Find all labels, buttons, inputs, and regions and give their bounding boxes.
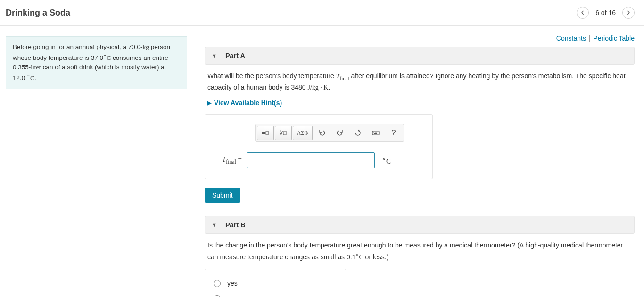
svg-point-7 [376, 132, 377, 133]
unit-spec: J/kg · K [307, 84, 328, 91]
undo-icon[interactable] [314, 126, 330, 140]
chevron-right-icon: ▶ [207, 100, 211, 106]
svg-rect-0 [262, 132, 265, 134]
help-icon[interactable]: ? [385, 126, 402, 140]
radio-no[interactable] [214, 295, 221, 297]
redo-icon[interactable] [331, 126, 348, 140]
separator: | [589, 34, 591, 42]
part-b-header: ▼ Part B [205, 216, 635, 234]
nav-position: 6 of 16 [595, 9, 616, 16]
prev-button[interactable] [577, 7, 589, 19]
periodic-table-link[interactable]: Periodic Table [593, 34, 635, 42]
degree-symbol: ∘ [27, 73, 30, 78]
keyboard-icon[interactable] [367, 126, 384, 140]
question-text: or less.) [363, 253, 389, 261]
next-button[interactable] [622, 7, 635, 19]
problem-prompt: Before going in for an annual physical, … [6, 36, 187, 89]
equation-toolbar: x ΑΣΦ ? [255, 124, 404, 142]
template-icon[interactable] [257, 126, 274, 140]
equation-lhs: Tfinal = [215, 156, 242, 165]
option-yes[interactable]: yes [214, 276, 337, 291]
svg-rect-1 [266, 132, 269, 134]
part-a-header: ▼ Part A [205, 47, 635, 65]
svg-rect-8 [374, 133, 377, 134]
submit-button-a[interactable]: Submit [205, 188, 240, 203]
nav-group: 6 of 16 [577, 7, 635, 19]
svg-point-5 [373, 132, 374, 133]
degree-symbol: ∘ [382, 156, 386, 162]
unit-liter: liter [31, 64, 41, 71]
resource-links: Constants | Periodic Table [205, 33, 635, 47]
part-a-label: Part A [225, 52, 245, 59]
collapse-icon[interactable]: ▼ [212, 222, 217, 228]
part-a-question: What will be the person's body temperatu… [207, 71, 632, 92]
root-icon[interactable]: x [275, 126, 292, 140]
reset-icon[interactable] [349, 126, 366, 140]
chevron-right-icon [626, 10, 631, 15]
equation-row: Tfinal = ∘C [215, 152, 404, 168]
radio-options: yes no [205, 269, 346, 297]
page-title: Drinking a Soda [6, 8, 70, 18]
subscript: final [340, 75, 349, 81]
question-text: What will be the person's body temperatu… [207, 72, 336, 80]
svg-rect-3 [283, 132, 286, 135]
equals: = [236, 156, 242, 163]
answer-unit: ∘C [382, 156, 391, 165]
part-b-label: Part B [225, 221, 246, 229]
chevron-left-icon [580, 10, 585, 15]
collapse-icon[interactable]: ▼ [212, 53, 217, 58]
answer-input[interactable] [247, 152, 375, 168]
hints-label: View Available Hint(s) [214, 99, 282, 107]
option-label: no [227, 295, 235, 297]
svg-rect-4 [372, 131, 379, 135]
greek-icon[interactable]: ΑΣΦ [293, 126, 313, 140]
unit-c: C [107, 54, 111, 61]
unit-c: C [359, 254, 363, 261]
prompt-text: . [34, 74, 36, 82]
radio-yes[interactable] [214, 280, 221, 287]
option-no[interactable]: no [214, 291, 337, 297]
question-text: . [328, 83, 330, 91]
view-hints-link[interactable]: ▶ View Available Hint(s) [207, 99, 632, 107]
variable: T [336, 73, 340, 80]
svg-text:x: x [280, 129, 281, 132]
answer-zone: x ΑΣΦ ? Tfinal = [205, 114, 433, 179]
svg-point-6 [375, 132, 375, 133]
unit-c: C [386, 157, 391, 165]
subscript: final [226, 159, 236, 165]
part-b-question: Is the change in the person's body tempe… [207, 240, 632, 262]
unit-c: C [30, 74, 34, 82]
question-text: Is the change in the person's body tempe… [207, 241, 623, 260]
constants-link[interactable]: Constants [556, 34, 586, 42]
option-label: yes [227, 280, 238, 287]
prompt-text: Before going in for an annual physical, … [13, 43, 142, 50]
unit-kg: kg [142, 43, 149, 50]
